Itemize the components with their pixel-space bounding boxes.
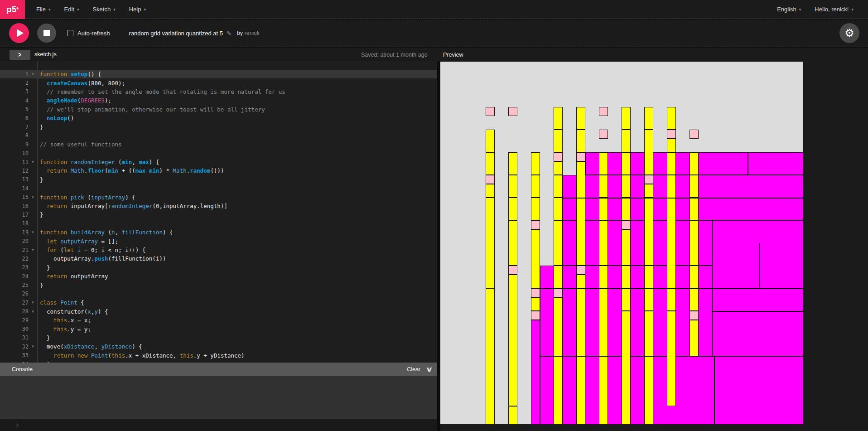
code-line[interactable]: 16 return inputArray[randomInteger(0,inp…: [0, 202, 437, 210]
console-clear-button[interactable]: Clear: [407, 366, 420, 373]
code-line[interactable]: 24 return outputArray: [0, 272, 437, 281]
art-rect-yellow: [508, 175, 517, 198]
code-text: }: [37, 282, 43, 289]
code-text: this.y = y;: [37, 326, 91, 333]
art-grid-line: [563, 198, 803, 199]
code-line[interactable]: 7}: [0, 122, 437, 131]
art-rect-pink: [576, 152, 585, 161]
art-rect-pink: [486, 107, 495, 116]
edit-title-icon[interactable]: ✎: [227, 30, 231, 37]
code-line[interactable]: 25}: [0, 281, 437, 289]
art-rect-yellow: [622, 107, 631, 130]
code-line[interactable]: 27▼class Point {: [0, 298, 437, 307]
line-number: 4: [0, 97, 29, 104]
line-number: 11: [0, 159, 29, 165]
art-rect-pink: [486, 175, 495, 184]
code-line[interactable]: 5 // we'll stop animation, otherwise our…: [0, 105, 437, 114]
code-line[interactable]: 8: [0, 131, 437, 140]
code-line[interactable]: 15▼function pick (inputArray) {: [0, 193, 437, 201]
art-rect-yellow: [531, 152, 540, 175]
author-name[interactable]: renick: [245, 30, 260, 36]
code-line[interactable]: 33 return new Point(this.x + xDistance, …: [0, 351, 437, 360]
play-button[interactable]: [9, 23, 29, 43]
code-line[interactable]: 20 let outputArray = [];: [0, 237, 437, 245]
code-text: return inputArray[randomInteger(0,inputA…: [37, 203, 227, 209]
art-rect-yellow: [554, 161, 563, 175]
code-editor[interactable]: 1▼function setup() {2 createCanvas(800, …: [0, 61, 437, 363]
line-number: 33: [0, 352, 29, 358]
line-number: 21: [0, 247, 29, 253]
art-rect-yellow: [576, 288, 585, 356]
code-line[interactable]: 21▼ for (let i = 0; i < n; i++) {: [0, 246, 437, 254]
art-rect-pink: [667, 130, 676, 139]
stop-icon: [43, 30, 50, 36]
fold-toggle-icon[interactable]: ▼: [29, 160, 37, 164]
code-line[interactable]: 19▼function buildArray (n, fillFunction)…: [0, 228, 437, 237]
code-line[interactable]: 31 }: [0, 334, 437, 342]
menu-hello-renick-[interactable]: Hello, renick!▾: [811, 0, 857, 19]
art-grid-line: [747, 152, 748, 175]
code-line[interactable]: 4 angleMode(DEGREES);: [0, 96, 437, 105]
auto-refresh-checkbox[interactable]: [67, 30, 73, 36]
console-collapse-icon[interactable]: ∨: [426, 365, 433, 373]
fold-toggle-icon[interactable]: ▼: [29, 310, 37, 314]
code-line[interactable]: 32▼ move(xDistance, yDistance) {: [0, 342, 437, 351]
fold-toggle-icon[interactable]: ▼: [29, 300, 37, 305]
code-line[interactable]: 17}: [0, 210, 437, 219]
code-line[interactable]: 22 outputArray.push(fillFunction(i)): [0, 254, 437, 263]
code-text: return outputArray: [37, 273, 108, 280]
fold-toggle-icon[interactable]: ▼: [29, 230, 37, 234]
art-rect-yellow: [622, 130, 631, 152]
code-text: move(xDistance, yDistance) {: [37, 343, 142, 350]
code-text: // some useful functions: [37, 141, 122, 148]
art-rect-yellow: [690, 266, 699, 288]
line-number: 12: [0, 168, 29, 174]
fold-toggle-icon[interactable]: ▼: [29, 195, 37, 199]
art-rect-yellow: [508, 152, 517, 175]
settings-button[interactable]: ⚙: [839, 23, 859, 43]
code-line[interactable]: 29 this.x = x;: [0, 316, 437, 324]
code-line[interactable]: 26: [0, 290, 437, 298]
tab-sketch-js[interactable]: sketch.js: [34, 51, 57, 58]
art-rect-pink: [554, 288, 563, 297]
art-rect-yellow: [486, 288, 495, 424]
code-line[interactable]: 6 noLoop(): [0, 114, 437, 122]
stop-button[interactable]: [37, 24, 56, 43]
art-rect-yellow: [622, 266, 631, 288]
art-rect-yellow: [667, 139, 676, 152]
p5-logo[interactable]: p5*: [0, 0, 25, 19]
code-line[interactable]: 2 createCanvas(800, 800);: [0, 78, 437, 87]
code-line[interactable]: 10: [0, 149, 437, 158]
code-text: return new Point(this.x + xDistance, thi…: [37, 352, 245, 359]
code-line[interactable]: 23 }: [0, 263, 437, 272]
menu-sketch[interactable]: Sketch▾: [86, 0, 122, 19]
code-line[interactable]: 18: [0, 219, 437, 228]
expand-sidebar-button[interactable]: >: [10, 50, 30, 60]
line-number: 10: [0, 150, 29, 156]
code-line[interactable]: 9// some useful functions: [0, 140, 437, 149]
code-line[interactable]: 30 this.y = y;: [0, 324, 437, 333]
code-line[interactable]: 28▼ constructor(x,y) {: [0, 307, 437, 316]
console-input[interactable]: >: [0, 419, 437, 431]
menu-file[interactable]: File▾: [29, 0, 57, 19]
menu-english[interactable]: English▾: [773, 0, 805, 19]
pane-divider[interactable]: [437, 61, 440, 431]
art-rect-pink: [508, 266, 517, 275]
art-rect-pink: [599, 130, 608, 139]
code-line[interactable]: 13}: [0, 175, 437, 184]
art-rect-yellow: [622, 288, 631, 311]
code-line[interactable]: 14: [0, 184, 437, 193]
fold-toggle-icon[interactable]: ▼: [29, 344, 37, 349]
code-line[interactable]: 3 // remember to set the angle mode that…: [0, 87, 437, 96]
art-rect-yellow: [576, 107, 585, 130]
code-line[interactable]: 1▼function setup() {: [0, 70, 437, 78]
code-line[interactable]: 11▼function randomInteger (min, max) {: [0, 158, 437, 166]
art-rect-pink: [531, 220, 540, 229]
menu-edit[interactable]: Edit▾: [57, 0, 86, 19]
fold-toggle-icon[interactable]: ▼: [29, 248, 37, 252]
line-number: 22: [0, 256, 29, 262]
menu-help[interactable]: Help▾: [122, 0, 153, 19]
code-line[interactable]: 12 return Math.floor(min + ((max-min) * …: [0, 166, 437, 175]
line-number: 20: [0, 238, 29, 244]
fold-toggle-icon[interactable]: ▼: [29, 72, 37, 76]
